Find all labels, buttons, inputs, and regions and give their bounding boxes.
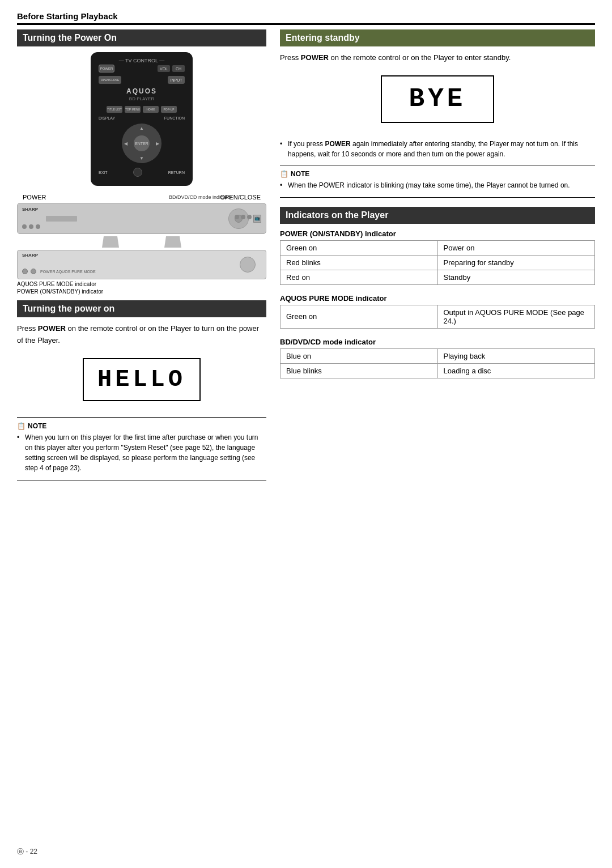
player-front-panel: SHARP 📺 [17,203,266,234]
indicators-section: Indicators on the Player POWER (ON/STAND… [280,207,595,378]
hello-display: HELLO [83,358,201,401]
remote-ch-button[interactable]: CH [172,65,185,72]
turning-power-on-body: Press POWER on the remote control or on … [17,323,266,347]
aquos-pure-indicator-section: AQUOS PURE MODE indicator Green on Outpu… [280,294,595,329]
top-menu-button[interactable]: TOP MENU [125,106,141,113]
function-label: FUNCTION [164,116,185,120]
table-cell: Red blinks [280,255,438,270]
bd-dvd-cd-mode-label: BD/DVD/CD mode indicator [169,194,232,200]
table-row: Blue blinks Loading a disc [280,363,595,378]
table-cell: Red on [280,270,438,284]
power-on-standby-indicator-label: POWER (ON/STANDBY) indicator [17,288,266,295]
bottom-indicators-row: POWER AQUOS PURE MODE [22,269,96,274]
disc-tray [46,216,77,222]
remote-enter-button[interactable]: ENTER [134,135,150,151]
power-label: POWER [23,194,46,201]
player-illustration: POWER OPEN/CLOSE SHARP [17,194,266,295]
aquos-pure-indicator-title: AQUOS PURE MODE indicator [280,294,595,303]
entering-standby-note: 📋 NOTE When the POWER indicator is blink… [280,165,595,198]
sharp-logo-bottom: SHARP [22,253,38,258]
aquos-logo: AQUOS [99,87,185,95]
front-panel-indicators [22,224,40,229]
home-button[interactable]: HOME [143,106,159,113]
note-icon-right: 📋 [280,170,288,178]
return-label: RETURN [168,171,185,175]
table-row: Green on Output in AQUOS PURE MODE (See … [280,305,595,328]
table-row: Blue on Playing back [280,348,595,363]
table-cell: Green on [280,240,438,255]
remote-illustration: — TV CONTROL — POWER VOL CH [17,52,266,186]
remote-vol-button[interactable]: VOL [158,65,170,72]
table-row: Red on Standby [280,270,595,284]
table-row: Green on Power on [280,240,595,255]
aquos-pure-mode-indicator-label: AQUOS PURE MODE indicator [17,281,266,287]
turning-power-note-box: 📋 NOTE When you turn on this player for … [17,417,266,480]
entering-standby-header: Entering standby [280,29,595,46]
right-indicators: 📺 [235,215,261,223]
bd-dvd-cd-indicator-section: BD/DVD/CD mode indicator Blue on Playing… [280,338,595,378]
display-label: DISPLAY [99,116,115,120]
remote-circle-button[interactable] [133,168,142,177]
page-footer: ⓔ - 22 [17,847,37,857]
note-icon: 📋 [17,422,26,430]
bd-player-label: BD PLAYER [99,96,185,101]
title-list-button[interactable]: TITLE LIST [107,106,122,113]
entering-standby-bullet: If you press POWER again immediately aft… [280,139,595,159]
table-cell: Blue blinks [280,363,438,378]
table-row: Red blinks Preparing for standby [280,255,595,270]
table-cell: Preparing for standby [437,255,595,270]
power-standby-indicator-section: POWER (ON/STANDBY) indicator Green on Po… [280,229,595,285]
remote-input-button[interactable]: INPUT [168,76,185,84]
bd-dvd-cd-indicator-title: BD/DVD/CD mode indicator [280,338,595,346]
aquos-pure-table: Green on Output in AQUOS PURE MODE (See … [280,305,595,329]
entering-standby-body: Press POWER on the remote control or on … [280,52,595,64]
turning-power-on-header: Turning the Power On [17,29,266,46]
player-bottom-panel: SHARP POWER AQUOS PURE MODE [17,250,266,279]
table-cell: Green on [280,305,438,328]
sharp-logo: SHARP [22,207,38,212]
tv-control-label: — TV CONTROL — [99,58,185,63]
turning-power-on-section-header: Turning the power on [17,300,266,317]
turning-power-note-text: When you turn on this player for the fir… [17,432,266,473]
remote-control: — TV CONTROL — POWER VOL CH [91,52,193,186]
table-cell: Power on [437,240,595,255]
table-cell: Blue on [280,348,438,363]
table-cell: Output in AQUOS PURE MODE (See page 24.) [437,305,595,328]
remote-open-close-button[interactable]: OPEN/CLOSE [99,76,121,84]
turning-power-on-section: Turning the power on Press POWER on the … [17,300,266,480]
popup-menu-button[interactable]: POP-UP [161,106,177,113]
remote-power-button[interactable]: POWER [99,65,114,73]
exit-label: EXIT [99,171,108,175]
table-cell: Playing back [437,348,595,363]
power-standby-indicator-title: POWER (ON/STANDBY) indicator [280,229,595,238]
indicators-header: Indicators on the Player [280,207,595,224]
power-standby-table: Green on Power on Red blinks Preparing f… [280,240,595,285]
bd-dvd-cd-table: Blue on Playing back Blue blinks Loading… [280,348,595,378]
table-cell: Standby [437,270,595,284]
page-header: Before Starting Playback [17,11,595,25]
bye-display: BYE [381,75,494,123]
entering-standby-note-text: When the POWER indicator is blinking (ma… [280,180,595,190]
remote-nav-ring[interactable]: ▲ ▼ ◀ ▶ ENTER [122,124,162,163]
table-cell: Loading a disc [437,363,595,378]
